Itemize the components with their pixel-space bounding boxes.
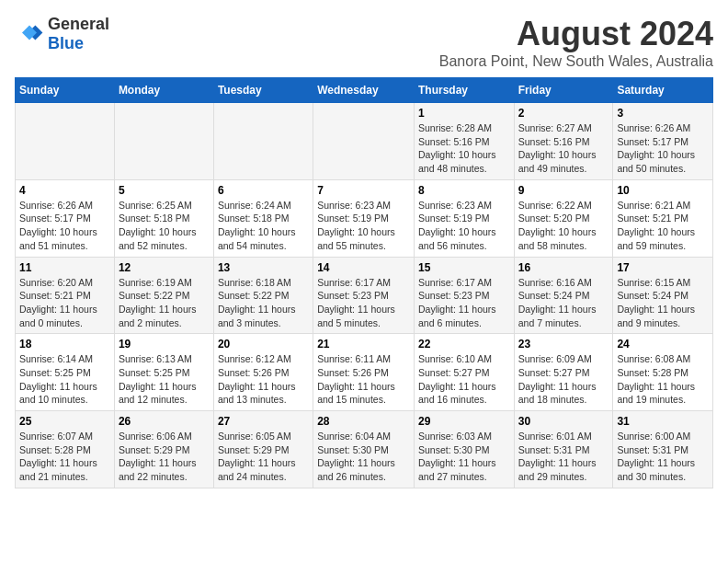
calendar-week-1: 1Sunrise: 6:28 AMSunset: 5:16 PMDaylight…: [16, 103, 713, 180]
day-content: Sunrise: 6:00 AMSunset: 5:31 PMDaylight:…: [617, 430, 709, 484]
day-content: Sunrise: 6:01 AMSunset: 5:31 PMDaylight:…: [518, 430, 609, 484]
day-number: 19: [119, 338, 210, 350]
day-content: Sunrise: 6:15 AMSunset: 5:24 PMDaylight:…: [617, 276, 709, 330]
calendar-cell: 3Sunrise: 6:26 AMSunset: 5:17 PMDaylight…: [613, 103, 713, 180]
day-content: Sunrise: 6:23 AMSunset: 5:19 PMDaylight:…: [418, 199, 510, 253]
calendar-cell: 25Sunrise: 6:07 AMSunset: 5:28 PMDayligh…: [16, 411, 115, 488]
day-content: Sunrise: 6:19 AMSunset: 5:22 PMDaylight:…: [119, 276, 210, 330]
day-number: 7: [317, 184, 410, 197]
day-content: Sunrise: 6:05 AMSunset: 5:29 PMDaylight:…: [218, 430, 309, 484]
calendar-cell: 28Sunrise: 6:04 AMSunset: 5:30 PMDayligh…: [313, 411, 415, 488]
calendar-cell: 23Sunrise: 6:09 AMSunset: 5:27 PMDayligh…: [514, 334, 613, 411]
calendar-cell: 21Sunrise: 6:11 AMSunset: 5:26 PMDayligh…: [313, 334, 415, 411]
calendar-cell: [213, 103, 313, 180]
calendar-cell: 11Sunrise: 6:20 AMSunset: 5:21 PMDayligh…: [16, 257, 115, 334]
calendar-week-5: 25Sunrise: 6:07 AMSunset: 5:28 PMDayligh…: [16, 411, 713, 488]
calendar-cell: 7Sunrise: 6:23 AMSunset: 5:19 PMDaylight…: [313, 179, 415, 257]
col-tuesday: Tuesday: [213, 78, 313, 103]
day-number: 1: [418, 107, 510, 120]
calendar-cell: 1Sunrise: 6:28 AMSunset: 5:16 PMDaylight…: [414, 103, 514, 180]
day-number: 24: [617, 338, 709, 350]
day-content: Sunrise: 6:11 AMSunset: 5:26 PMDaylight:…: [317, 352, 410, 407]
day-number: 17: [617, 261, 709, 274]
day-number: 2: [518, 107, 609, 120]
day-number: 21: [317, 338, 410, 350]
day-number: 9: [518, 184, 609, 197]
calendar-cell: 27Sunrise: 6:05 AMSunset: 5:29 PMDayligh…: [213, 411, 313, 488]
day-content: Sunrise: 6:09 AMSunset: 5:27 PMDaylight:…: [518, 352, 609, 407]
col-monday: Monday: [114, 78, 213, 103]
calendar-cell: 20Sunrise: 6:12 AMSunset: 5:26 PMDayligh…: [213, 334, 313, 411]
calendar-cell: 30Sunrise: 6:01 AMSunset: 5:31 PMDayligh…: [514, 411, 613, 488]
calendar-cell: [114, 103, 213, 180]
day-number: 12: [119, 261, 210, 274]
logo-icon: [15, 19, 44, 49]
calendar-header: Sunday Monday Tuesday Wednesday Thursday…: [16, 78, 713, 103]
day-number: 28: [317, 415, 410, 428]
day-content: Sunrise: 6:28 AMSunset: 5:16 PMDaylight:…: [418, 121, 510, 176]
day-number: 15: [418, 261, 510, 274]
day-content: Sunrise: 6:20 AMSunset: 5:21 PMDaylight:…: [19, 276, 110, 330]
calendar-cell: 8Sunrise: 6:23 AMSunset: 5:19 PMDaylight…: [414, 179, 514, 257]
day-number: 4: [19, 184, 110, 197]
day-number: 13: [218, 261, 309, 274]
calendar-cell: 16Sunrise: 6:16 AMSunset: 5:24 PMDayligh…: [514, 257, 613, 334]
location-subtitle: Banora Point, New South Wales, Australia: [439, 53, 713, 70]
day-content: Sunrise: 6:21 AMSunset: 5:21 PMDaylight:…: [617, 199, 709, 253]
day-number: 23: [518, 338, 609, 350]
day-content: Sunrise: 6:07 AMSunset: 5:28 PMDaylight:…: [19, 430, 110, 484]
logo: General Blue: [15, 15, 109, 53]
day-number: 8: [418, 184, 510, 197]
calendar-cell: 14Sunrise: 6:17 AMSunset: 5:23 PMDayligh…: [313, 257, 415, 334]
day-content: Sunrise: 6:17 AMSunset: 5:23 PMDaylight:…: [418, 276, 510, 330]
page-header: General Blue August 2024 Banora Point, N…: [15, 15, 713, 70]
col-sunday: Sunday: [16, 78, 115, 103]
header-row: Sunday Monday Tuesday Wednesday Thursday…: [16, 78, 713, 103]
day-content: Sunrise: 6:14 AMSunset: 5:25 PMDaylight:…: [19, 352, 110, 407]
day-number: 10: [617, 184, 709, 197]
month-year-title: August 2024: [439, 15, 713, 53]
day-number: 5: [119, 184, 210, 197]
day-number: 27: [218, 415, 309, 428]
day-content: Sunrise: 6:04 AMSunset: 5:30 PMDaylight:…: [317, 430, 410, 484]
calendar-table: Sunday Monday Tuesday Wednesday Thursday…: [15, 77, 713, 488]
day-number: 31: [617, 415, 709, 428]
calendar-cell: 10Sunrise: 6:21 AMSunset: 5:21 PMDayligh…: [613, 179, 713, 257]
day-content: Sunrise: 6:13 AMSunset: 5:25 PMDaylight:…: [119, 352, 210, 407]
day-number: 29: [418, 415, 510, 428]
day-number: 14: [317, 261, 410, 274]
calendar-cell: 5Sunrise: 6:25 AMSunset: 5:18 PMDaylight…: [114, 179, 213, 257]
calendar-cell: 4Sunrise: 6:26 AMSunset: 5:17 PMDaylight…: [16, 179, 115, 257]
day-number: 22: [418, 338, 510, 350]
day-number: 30: [518, 415, 609, 428]
calendar-cell: 6Sunrise: 6:24 AMSunset: 5:18 PMDaylight…: [213, 179, 313, 257]
day-content: Sunrise: 6:22 AMSunset: 5:20 PMDaylight:…: [518, 199, 609, 253]
day-number: 3: [617, 107, 709, 120]
day-number: 18: [19, 338, 110, 350]
calendar-cell: 9Sunrise: 6:22 AMSunset: 5:20 PMDaylight…: [514, 179, 613, 257]
calendar-cell: 24Sunrise: 6:08 AMSunset: 5:28 PMDayligh…: [613, 334, 713, 411]
day-content: Sunrise: 6:17 AMSunset: 5:23 PMDaylight:…: [317, 276, 410, 330]
day-content: Sunrise: 6:18 AMSunset: 5:22 PMDaylight:…: [218, 276, 309, 330]
calendar-cell: 26Sunrise: 6:06 AMSunset: 5:29 PMDayligh…: [114, 411, 213, 488]
day-content: Sunrise: 6:24 AMSunset: 5:18 PMDaylight:…: [218, 199, 309, 253]
calendar-cell: 22Sunrise: 6:10 AMSunset: 5:27 PMDayligh…: [414, 334, 514, 411]
calendar-cell: 15Sunrise: 6:17 AMSunset: 5:23 PMDayligh…: [414, 257, 514, 334]
day-content: Sunrise: 6:06 AMSunset: 5:29 PMDaylight:…: [119, 430, 210, 484]
day-number: 20: [218, 338, 309, 350]
day-content: Sunrise: 6:26 AMSunset: 5:17 PMDaylight:…: [617, 121, 709, 176]
day-content: Sunrise: 6:08 AMSunset: 5:28 PMDaylight:…: [617, 352, 709, 407]
day-content: Sunrise: 6:26 AMSunset: 5:17 PMDaylight:…: [19, 199, 110, 253]
calendar-cell: 31Sunrise: 6:00 AMSunset: 5:31 PMDayligh…: [613, 411, 713, 488]
calendar-cell: 29Sunrise: 6:03 AMSunset: 5:30 PMDayligh…: [414, 411, 514, 488]
calendar-cell: [16, 103, 115, 180]
calendar-week-3: 11Sunrise: 6:20 AMSunset: 5:21 PMDayligh…: [16, 257, 713, 334]
day-number: 16: [518, 261, 609, 274]
day-content: Sunrise: 6:03 AMSunset: 5:30 PMDaylight:…: [418, 430, 510, 484]
day-content: Sunrise: 6:10 AMSunset: 5:27 PMDaylight:…: [418, 352, 510, 407]
day-content: Sunrise: 6:25 AMSunset: 5:18 PMDaylight:…: [119, 199, 210, 253]
logo-text: General Blue: [48, 15, 109, 53]
col-saturday: Saturday: [613, 78, 713, 103]
col-friday: Friday: [514, 78, 613, 103]
col-wednesday: Wednesday: [313, 78, 415, 103]
